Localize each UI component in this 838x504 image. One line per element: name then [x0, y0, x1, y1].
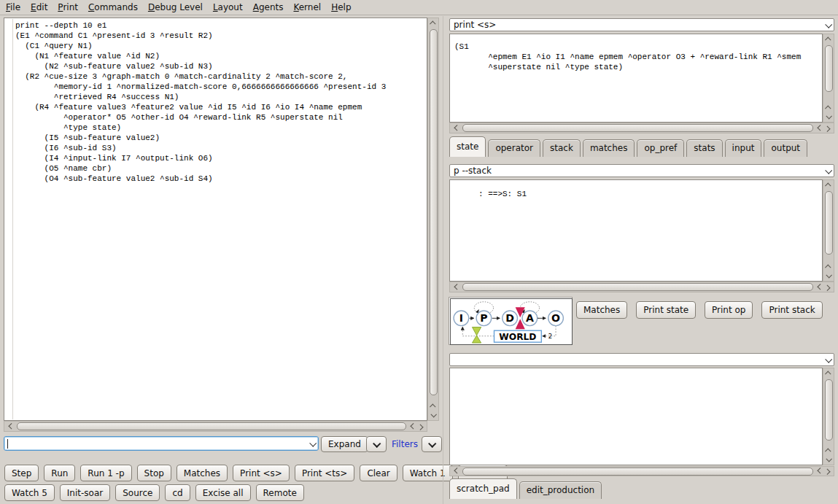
- scroll-up-icon[interactable]: [824, 35, 834, 44]
- scroll-right-icon[interactable]: [823, 467, 831, 476]
- expand-options-button[interactable]: [366, 436, 387, 452]
- stack-output-area[interactable]: : ==>S: S1: [449, 179, 823, 282]
- expand-button[interactable]: Expand: [321, 436, 368, 452]
- menu-file[interactable]: File: [1, 1, 26, 14]
- scrollbar-thumb[interactable]: [430, 29, 438, 395]
- print-state-button[interactable]: Print state: [636, 301, 696, 319]
- scroll-up-icon[interactable]: [429, 19, 438, 28]
- scroll-up-icon[interactable]: [824, 369, 834, 378]
- scroll-up-icon[interactable]: [824, 446, 834, 455]
- combo-dropdown-button[interactable]: [822, 357, 834, 363]
- stack-vertical-scrollbar[interactable]: [823, 179, 834, 282]
- state-output-area[interactable]: (S1 ^epmem E1 ^io I1 ^name epmem ^operat…: [449, 34, 823, 123]
- scroll-up-icon[interactable]: [824, 263, 834, 271]
- chevron-down-icon: [825, 355, 832, 363]
- menu-kernel[interactable]: Kernel: [288, 1, 326, 14]
- scroll-left-icon[interactable]: [452, 467, 460, 476]
- right-bottom-tabs: scratch_pad edit_production: [449, 478, 604, 499]
- tab-stats[interactable]: stats: [686, 139, 722, 157]
- stop-button[interactable]: Stop: [137, 465, 171, 481]
- run-1-p-button[interactable]: Run 1 -p: [80, 465, 131, 481]
- scrollbar-thumb[interactable]: [825, 191, 833, 255]
- print-op-button[interactable]: Print op: [705, 301, 753, 319]
- node-label-o: O: [551, 312, 560, 324]
- cd-button[interactable]: cd: [165, 484, 190, 501]
- scroll-up-icon[interactable]: [824, 104, 834, 112]
- init-soar-button[interactable]: Init-soar: [60, 484, 110, 501]
- scrollbar-thumb[interactable]: [17, 422, 406, 430]
- menu-layout[interactable]: Layout: [208, 1, 248, 14]
- tab-output[interactable]: output: [764, 139, 807, 157]
- scroll-down-icon[interactable]: [824, 112, 834, 121]
- scratch-vertical-scrollbar[interactable]: [823, 368, 834, 465]
- scroll-right-icon[interactable]: [823, 283, 831, 292]
- scroll-left-icon[interactable]: [452, 283, 460, 292]
- scroll-left-icon[interactable]: [452, 124, 460, 133]
- scroll-down-icon[interactable]: [429, 411, 438, 419]
- tab-input[interactable]: input: [725, 139, 762, 157]
- scratch-pad-text: [450, 368, 822, 373]
- tab-operator[interactable]: operator: [488, 139, 540, 157]
- scroll-down-icon[interactable]: [824, 455, 834, 464]
- combo-dropdown-button[interactable]: [306, 441, 318, 446]
- state-command-combo[interactable]: print <s>: [449, 18, 834, 31]
- run-button[interactable]: Run: [44, 465, 75, 481]
- matches-button[interactable]: Matches: [176, 465, 228, 481]
- trace-horizontal-scrollbar[interactable]: [4, 421, 427, 432]
- scroll-up-icon[interactable]: [824, 181, 834, 190]
- pane-divider[interactable]: [443, 16, 443, 504]
- scroll-left-icon[interactable]: [815, 124, 823, 133]
- menu-commands[interactable]: Commands: [83, 1, 143, 14]
- scroll-left-icon[interactable]: [7, 422, 15, 431]
- print-ts-button[interactable]: Print <ts>: [295, 465, 354, 481]
- menu-help[interactable]: Help: [326, 1, 356, 14]
- scrollbar-thumb[interactable]: [462, 468, 813, 476]
- clear-button[interactable]: Clear: [360, 465, 397, 481]
- scratch-command-combo[interactable]: [449, 353, 834, 366]
- menu-print[interactable]: Print: [53, 1, 83, 14]
- scrollbar-thumb[interactable]: [462, 124, 813, 132]
- step-button[interactable]: Step: [4, 465, 39, 481]
- stack-horizontal-scrollbar[interactable]: [449, 282, 834, 292]
- filters-link[interactable]: Filters: [392, 439, 418, 449]
- remote-button[interactable]: Remote: [256, 484, 304, 501]
- tab-stack[interactable]: stack: [543, 139, 581, 157]
- excise-all-button[interactable]: Excise all: [195, 484, 251, 501]
- menu-edit[interactable]: Edit: [26, 1, 53, 14]
- scroll-up-icon[interactable]: [429, 402, 438, 411]
- tab-edit-production[interactable]: edit_production: [519, 481, 602, 499]
- watch-1-button[interactable]: Watch 1: [403, 465, 453, 481]
- print-stack-button[interactable]: Print stack: [761, 301, 822, 319]
- scratch-horizontal-scrollbar[interactable]: [449, 466, 834, 476]
- trace-vertical-scrollbar[interactable]: [427, 18, 439, 421]
- tab-matches[interactable]: matches: [583, 139, 635, 157]
- state-horizontal-scrollbar[interactable]: [449, 123, 834, 133]
- stack-command-combo[interactable]: p --stack: [449, 164, 834, 177]
- trace-output-area[interactable]: print --depth 10 e1 (E1 ^command C1 ^pre…: [4, 18, 427, 421]
- scroll-left-icon[interactable]: [815, 467, 823, 476]
- tab-op-pref[interactable]: op_pref: [637, 139, 684, 157]
- scroll-down-icon[interactable]: [824, 271, 834, 280]
- source-button[interactable]: Source: [115, 484, 160, 501]
- scroll-left-icon[interactable]: [815, 283, 823, 292]
- print-s-button[interactable]: Print <s>: [233, 465, 290, 481]
- tab-scratch-pad[interactable]: scratch_pad: [449, 478, 517, 499]
- command-input-combo[interactable]: [4, 436, 319, 451]
- watch-5-button[interactable]: Watch 5: [4, 484, 55, 501]
- scrollbar-thumb[interactable]: [462, 283, 813, 291]
- filters-options-button[interactable]: [422, 436, 442, 452]
- scratch-pad-area[interactable]: [449, 368, 823, 465]
- menu-agents[interactable]: Agents: [248, 1, 289, 14]
- state-vertical-scrollbar[interactable]: [823, 34, 834, 123]
- tab-state[interactable]: state: [449, 136, 486, 157]
- scroll-right-icon[interactable]: [823, 124, 831, 133]
- combo-dropdown-button[interactable]: [822, 168, 834, 174]
- matches-quick-button[interactable]: Matches: [576, 301, 627, 319]
- menu-debug-level[interactable]: Debug Level: [143, 1, 208, 14]
- scrollbar-thumb[interactable]: [825, 379, 833, 441]
- scroll-left-icon[interactable]: [408, 422, 416, 431]
- world-label: WORLD: [499, 332, 536, 342]
- scrollbar-thumb[interactable]: [825, 45, 833, 92]
- scroll-right-icon[interactable]: [416, 422, 424, 431]
- combo-dropdown-button[interactable]: [822, 23, 834, 28]
